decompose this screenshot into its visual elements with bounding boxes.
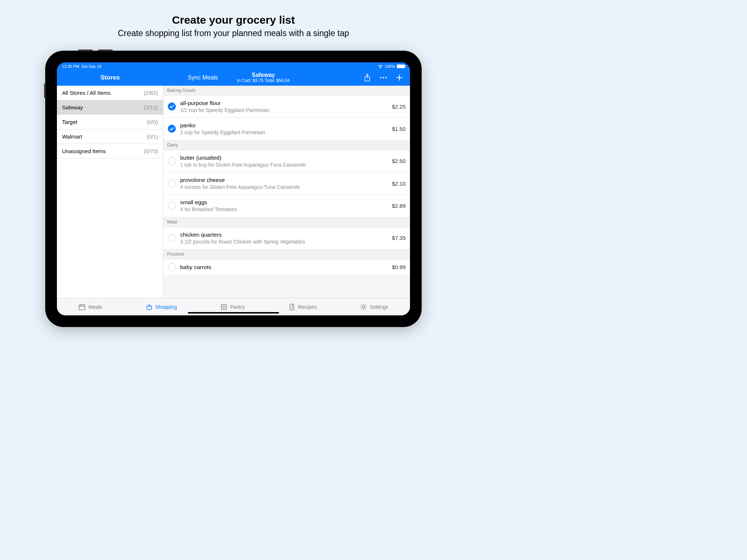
- tab-label: Meals: [88, 304, 102, 310]
- gear-icon: [360, 303, 367, 311]
- store-row[interactable]: All Stores / All Items(2/82): [57, 86, 163, 100]
- item-price: $2.10: [392, 180, 406, 187]
- item-checkbox[interactable]: [168, 102, 176, 110]
- stores-sidebar[interactable]: All Stores / All Items(2/82)Safeway(2/12…: [57, 86, 163, 298]
- item-price: $2.89: [392, 203, 406, 209]
- list-item[interactable]: provolone cheese4 ounces for Gluten Free…: [163, 172, 410, 195]
- ipad-power-button: [44, 83, 46, 98]
- section-header: Baking Goods: [163, 86, 410, 96]
- item-subtitle: 3 1/2 pounds for Roast Chicken with Spri…: [180, 238, 387, 245]
- store-row[interactable]: Target(0/0): [57, 115, 163, 129]
- more-button[interactable]: [379, 74, 387, 82]
- tab-label: Shopping: [155, 304, 177, 310]
- cabinet-icon: [220, 303, 228, 311]
- tab-label: Pantry: [230, 304, 245, 310]
- calendar-icon: [78, 303, 86, 311]
- nav-stores-title: Stores: [57, 74, 163, 81]
- svg-rect-5: [79, 305, 85, 310]
- list-item[interactable]: baby carrots$0.99: [163, 259, 410, 276]
- section-header: Produce: [163, 249, 410, 259]
- share-button[interactable]: [363, 74, 371, 82]
- ipad-frame: 12:35 PM Sat Sep 18 100% Stores Sync Mea…: [45, 51, 422, 327]
- plus-icon: [396, 74, 403, 81]
- item-checkbox[interactable]: [168, 263, 176, 271]
- item-text: provolone cheese4 ounces for Gluten Free…: [180, 176, 387, 190]
- section-header: Meat: [163, 217, 410, 227]
- ipad-volume-up-button: [78, 50, 93, 51]
- item-name: chicken quarters: [180, 231, 387, 238]
- item-subtitle: 4 ounces for Gluten Free Asparagus-Tuna …: [180, 184, 387, 190]
- item-text: baby carrots: [180, 264, 387, 271]
- status-bar: 12:35 PM Sat Sep 18 100%: [57, 62, 410, 70]
- item-text: chicken quarters3 1/2 pounds for Roast C…: [180, 231, 387, 245]
- marketing-title: Create your grocery list: [0, 14, 467, 26]
- store-name: Safeway: [62, 104, 83, 110]
- content-area: All Stores / All Items(2/82)Safeway(2/12…: [57, 86, 410, 298]
- status-time: 12:35 PM: [62, 64, 79, 69]
- battery-percent: 100%: [385, 64, 395, 69]
- store-name: All Stores / All Items: [62, 90, 111, 96]
- item-price: $2.25: [392, 104, 406, 110]
- svg-point-2: [380, 77, 382, 78]
- svg-point-3: [383, 77, 384, 78]
- tab-meals[interactable]: Meals: [78, 303, 102, 311]
- item-price: $0.99: [392, 264, 406, 270]
- store-row[interactable]: Unassigned Items(0/70): [57, 144, 163, 159]
- screen: 12:35 PM Sat Sep 18 100% Stores Sync Mea…: [57, 62, 410, 315]
- item-price: $1.50: [392, 126, 406, 132]
- share-icon: [364, 74, 371, 82]
- basket-icon: [146, 303, 153, 311]
- tab-settings[interactable]: Settings: [360, 303, 388, 311]
- cart-totals: In Cart: $3.75 Total: $54.04: [163, 78, 363, 83]
- store-count: (0/0): [147, 119, 158, 125]
- item-name: baby carrots: [180, 264, 387, 271]
- store-name: Target: [62, 119, 77, 125]
- item-checkbox[interactable]: [168, 125, 176, 133]
- list-item[interactable]: panko1 cup for Speedy Eggplant Parmesan$…: [163, 118, 410, 140]
- item-checkbox[interactable]: [168, 202, 176, 210]
- more-icon: [379, 77, 387, 79]
- shopping-list[interactable]: Baking Goodsall-purpose flour1/2 cup for…: [163, 86, 410, 298]
- item-name: all-purpose flour: [180, 100, 387, 107]
- item-price: $2.50: [392, 158, 406, 164]
- tab-shopping[interactable]: Shopping: [146, 303, 177, 311]
- tab-pantry[interactable]: Pantry: [220, 303, 245, 311]
- top-bar: 12:35 PM Sat Sep 18 100% Stores Sync Mea…: [57, 62, 410, 86]
- store-row[interactable]: Walmart(0/1): [57, 129, 163, 144]
- svg-point-0: [380, 67, 380, 68]
- list-item[interactable]: all-purpose flour1/2 cup for Speedy Eggp…: [163, 96, 410, 118]
- store-count: (2/82): [144, 90, 158, 96]
- item-text: butter (unsalted)1 tub to buy for Gluten…: [180, 154, 387, 168]
- store-count: (0/70): [144, 148, 158, 154]
- item-checkbox[interactable]: [168, 234, 176, 242]
- ipad-volume-down-button: [98, 50, 113, 51]
- store-row[interactable]: Safeway(2/12): [57, 100, 163, 115]
- svg-point-4: [385, 77, 387, 78]
- item-name: small eggs: [180, 199, 387, 206]
- list-item[interactable]: small eggs4 for Breakfast Tomatoes$2.89: [163, 195, 410, 217]
- item-subtitle: 4 for Breakfast Tomatoes: [180, 206, 387, 213]
- item-checkbox[interactable]: [168, 157, 176, 165]
- add-button[interactable]: [395, 74, 403, 82]
- tab-label: Settings: [370, 304, 388, 310]
- nav-bar: Stores Sync Meals Safeway In Cart: $3.75…: [57, 70, 410, 86]
- item-text: panko1 cup for Speedy Eggplant Parmesan: [180, 122, 387, 136]
- list-item[interactable]: butter (unsalted)1 tub to buy for Gluten…: [163, 150, 410, 172]
- document-icon: [288, 303, 295, 311]
- battery-icon: [397, 65, 405, 68]
- item-text: all-purpose flour1/2 cup for Speedy Eggp…: [180, 100, 387, 113]
- item-text: small eggs4 for Breakfast Tomatoes: [180, 199, 387, 213]
- home-indicator[interactable]: [188, 312, 279, 314]
- status-date: Sat Sep 18: [81, 64, 101, 69]
- store-count: (2/12): [144, 104, 158, 110]
- store-name: Unassigned Items: [62, 148, 106, 154]
- list-item[interactable]: chicken quarters3 1/2 pounds for Roast C…: [163, 227, 410, 249]
- tab-recipes[interactable]: Recipes: [288, 303, 317, 311]
- tab-label: Recipes: [298, 304, 317, 310]
- item-checkbox[interactable]: [168, 179, 176, 187]
- item-price: $7.35: [392, 235, 406, 241]
- item-subtitle: 1 cup for Speedy Eggplant Parmesan: [180, 129, 387, 136]
- item-name: provolone cheese: [180, 176, 387, 184]
- item-name: butter (unsalted): [180, 154, 387, 162]
- marketing-subtitle: Create shopping list from your planned m…: [0, 28, 467, 38]
